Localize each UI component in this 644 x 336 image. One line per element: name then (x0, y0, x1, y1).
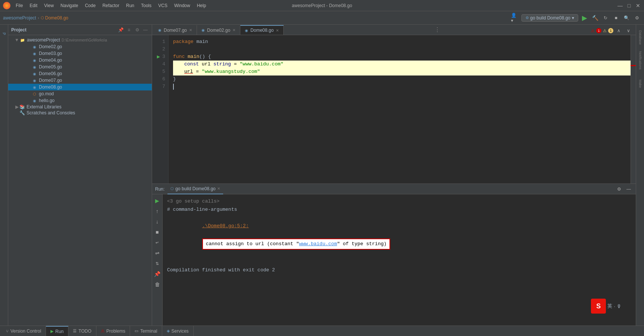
navbar-file-name: Dome08.go (45, 15, 68, 21)
problems-label: Problems (107, 329, 126, 334)
make-sidebar-toggle[interactable]: Make (637, 73, 644, 95)
tree-item-dome06[interactable]: ◉ Dome06.go (8, 70, 152, 77)
tree-item-hello[interactable]: ◉ hello.go (8, 97, 152, 104)
bottom-tab-problems[interactable]: ⚠ Problems (96, 326, 130, 336)
menu-run[interactable]: Run (123, 2, 137, 9)
error-scroll-indicator (631, 65, 636, 66)
tree-scratches[interactable]: 🔧 Scratches and Consoles (8, 110, 152, 116)
run-minimize-button[interactable]: — (625, 185, 633, 193)
run-tab-close[interactable]: ✕ (217, 187, 220, 191)
run-pin-button[interactable]: 📌 (153, 270, 161, 278)
bottom-tab-todo[interactable]: ☰ TODO (68, 326, 96, 336)
editor-scroll-down[interactable]: ∨ (625, 27, 633, 35)
run-filter-button[interactable]: ⇌ (153, 249, 161, 257)
tree-item-dome02[interactable]: ◉ Dome02.go (8, 43, 152, 50)
tree-external-libraries[interactable]: ▶ 📚 External Libraries (8, 104, 152, 110)
tree-item-dome07[interactable]: ◉ Dome07.go (8, 77, 152, 84)
build-button[interactable]: 🔨 (591, 14, 599, 22)
tab-dome07[interactable]: ◉ Dome07.go ✕ (154, 25, 197, 35)
run-output-line-5: Compilation finished with exit code 2 (167, 266, 631, 274)
tab-dome08[interactable]: ◉ Dome08.go ✕ (240, 25, 284, 35)
menu-refactor[interactable]: Refactor (99, 2, 122, 9)
project-toolbar-collapse[interactable]: ≡ (126, 27, 132, 33)
run-play-button[interactable]: ▶ (153, 197, 161, 205)
run-gutter-arrow[interactable]: ▶ (157, 53, 160, 61)
assign-sign: = (196, 68, 199, 75)
account-icon-btn[interactable]: 👤 ▾ (511, 14, 519, 22)
bottom-tab-version-control[interactable]: ⑂ Version Control (1, 326, 46, 336)
run-button[interactable]: ▶ (580, 14, 589, 22)
tree-item-dome03[interactable]: ◉ Dome03.go (8, 50, 152, 57)
database-sidebar-toggle[interactable]: Database (637, 26, 644, 49)
scratches-icon: 🔧 (19, 110, 25, 115)
run-wrap-button[interactable]: ↵ (153, 238, 161, 247)
closing-brace: } (173, 75, 176, 83)
run-tab-dome08[interactable]: ⬡ go build Dome08.go ✕ (167, 184, 223, 194)
menu-window[interactable]: Window (171, 2, 193, 9)
coverage-button[interactable]: ↻ (601, 14, 610, 22)
tab-more-button[interactable]: ⋮ (431, 25, 443, 35)
close-button[interactable]: ✕ (635, 3, 641, 9)
editor-scroll-up[interactable]: ∧ (615, 27, 623, 35)
dome06-file-icon: ◉ (31, 71, 37, 77)
sogou-mic-icon[interactable]: 🎙 (617, 303, 622, 309)
editor-run-column: ◉ Dome07.go ✕ ◉ Dome02.go ✕ ◉ Dome08.go … (152, 25, 636, 326)
run-error-link[interactable]: .\Dome08.go:5:2: (202, 223, 249, 229)
tree-item-dome08[interactable]: ◉ Dome08.go (8, 84, 152, 90)
menu-vcs[interactable]: VCS (155, 2, 170, 9)
stop-button[interactable]: ■ (612, 14, 620, 22)
tab-dome08-icon: ◉ (245, 28, 248, 33)
run-scroll-down-button[interactable]: ↓ (153, 218, 161, 226)
settings-button[interactable]: ⚙ (633, 14, 641, 22)
run-tab-bottom-label: Run (55, 329, 64, 334)
text-cursor (173, 84, 174, 90)
tab-dome02-close[interactable]: ✕ (232, 28, 235, 32)
sogou-icon[interactable]: S (591, 299, 606, 314)
menu-view[interactable]: View (41, 2, 57, 9)
tab-dome08-close[interactable]: ✕ (276, 28, 279, 33)
bottom-tab-terminal[interactable]: ▭ Terminal (130, 326, 162, 336)
dome04-filename: Dome04.go (39, 58, 62, 63)
sogou-lang-indicator[interactable]: 英 (607, 303, 612, 309)
project-toolbar-settings[interactable]: ⚙ (134, 27, 141, 33)
code-editor[interactable]: 1 2 ▶3 4 5 6 7 package main (152, 35, 636, 184)
maximize-button[interactable]: □ (626, 3, 632, 9)
menu-code[interactable]: Code (82, 2, 99, 9)
tab-dome02[interactable]: ◉ Dome02.go ✕ (197, 25, 240, 35)
tree-item-gomod[interactable]: ⬡ go.mod (8, 90, 152, 97)
gomod-filename: go.mod (39, 91, 54, 96)
run-settings-button[interactable]: ⚙ (615, 185, 623, 193)
menu-help[interactable]: Help (194, 2, 209, 9)
run-stop-button[interactable]: ■ (153, 228, 161, 236)
sogou-ime-overlay: S 英 · 🎙 (591, 299, 622, 314)
run-config-selector[interactable]: ⚙ go build Dome08.go ▾ (521, 14, 578, 22)
terminal-label: Terminal (140, 329, 157, 334)
search-everywhere-button[interactable]: 🔍 (622, 14, 631, 22)
tree-item-dome04[interactable]: ◉ Dome04.go (8, 57, 152, 64)
bottom-tab-run[interactable]: ▶ Run (46, 326, 68, 336)
run-scroll-up-button[interactable]: ↑ (153, 207, 161, 215)
notifications-sidebar-toggle[interactable]: Notifications (637, 49, 644, 72)
menu-file[interactable]: File (13, 2, 26, 9)
project-toolbar-pin[interactable]: 📌 (117, 27, 124, 33)
navbar-project-link[interactable]: awesomeProject (3, 15, 36, 21)
main-area: P Project 📌 ≡ ⚙ — ▼ 📁 awesomeProject D:\… (0, 25, 644, 326)
paren-open: () { (199, 53, 211, 61)
project-toolbar-minimize[interactable]: — (142, 27, 149, 33)
line-num-4: 4 (152, 61, 165, 68)
run-trash-button[interactable]: 🗑 (153, 280, 161, 289)
navbar-file-link[interactable]: ⬡ Dome08.go (41, 15, 68, 21)
tree-item-dome05[interactable]: ◉ Dome05.go (8, 64, 152, 70)
minimize-button[interactable]: — (617, 3, 623, 9)
menu-edit[interactable]: Edit (27, 2, 40, 9)
run-sort-button[interactable]: ⇅ (153, 259, 161, 268)
run-error-message: cannot assign to url (constant "www.baid… (202, 238, 391, 250)
code-content[interactable]: package main func main() { const url str… (169, 35, 631, 184)
menu-tools[interactable]: Tools (138, 2, 154, 9)
todo-icon: ☰ (73, 329, 77, 333)
menu-navigate[interactable]: Navigate (58, 2, 81, 9)
tree-root-folder[interactable]: ▼ 📁 awesomeProject D:\Environment\GoWork… (8, 37, 152, 43)
bottom-tab-services[interactable]: ◈ Services (162, 326, 194, 336)
tab-dome07-close[interactable]: ✕ (189, 28, 192, 32)
project-sidebar-toggle[interactable]: P (0, 26, 8, 41)
